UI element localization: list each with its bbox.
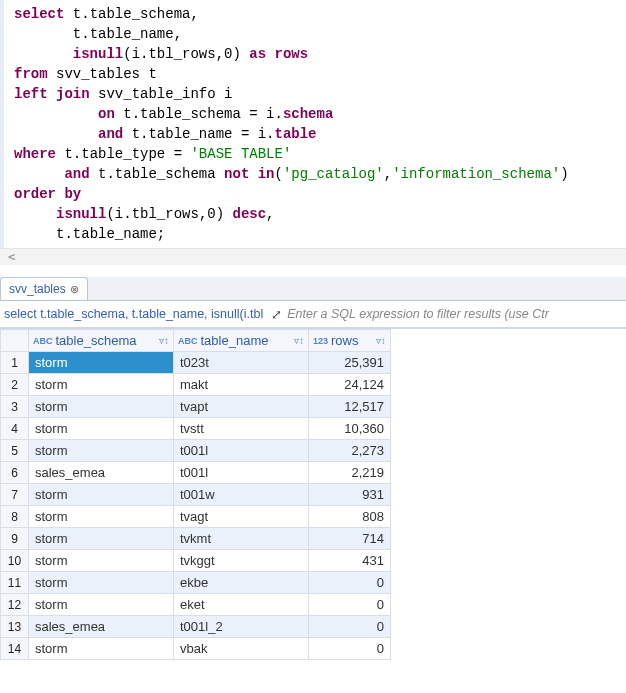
cell-table_schema[interactable]: storm [29,352,174,374]
row-number[interactable]: 3 [1,396,29,418]
table-row[interactable]: 6sales_emeat001l2,219 [1,462,391,484]
table-row[interactable]: 13sales_emeat001l_20 [1,616,391,638]
filter-input[interactable]: Enter a SQL expression to filter results… [285,307,626,321]
row-number[interactable]: 1 [1,352,29,374]
cell-rows[interactable]: 0 [309,616,391,638]
column-name: table_name [201,333,269,348]
cell-rows[interactable]: 0 [309,638,391,660]
code-line[interactable]: left join svv_table_info i [14,84,626,104]
cell-table_schema[interactable]: storm [29,594,174,616]
cell-table_name[interactable]: tvapt [174,396,309,418]
code-line[interactable]: on t.table_schema = i.schema [14,104,626,124]
table-row[interactable]: 2stormmakt24,124 [1,374,391,396]
cell-table_name[interactable]: tvagt [174,506,309,528]
query-preview: select t.table_schema, t.table_name, isn… [0,307,267,321]
cell-rows[interactable]: 2,273 [309,440,391,462]
cell-table_schema[interactable]: storm [29,396,174,418]
table-row[interactable]: 3stormtvapt12,517 [1,396,391,418]
cell-rows[interactable]: 931 [309,484,391,506]
row-number[interactable]: 12 [1,594,29,616]
table-row[interactable]: 8stormtvagt808 [1,506,391,528]
code-line[interactable]: t.table_name, [14,24,626,44]
close-icon[interactable]: ⊗ [70,283,79,296]
cell-table_name[interactable]: t001l [174,462,309,484]
table-row[interactable]: 10stormtvkggt431 [1,550,391,572]
cell-table_name[interactable]: tvkmt [174,528,309,550]
code-line[interactable]: from svv_tables t [14,64,626,84]
code-line[interactable]: and t.table_name = i.table [14,124,626,144]
column-name: table_schema [56,333,137,348]
cell-table_name[interactable]: t001l_2 [174,616,309,638]
code-line[interactable]: isnull(i.tbl_rows,0) as rows [14,44,626,64]
cell-table_schema[interactable]: storm [29,638,174,660]
code-line[interactable]: and t.table_schema not in('pg_catalog','… [14,164,626,184]
cell-table_schema[interactable]: storm [29,528,174,550]
code-line[interactable]: isnull(i.tbl_rows,0) desc, [14,204,626,224]
filter-icon[interactable]: ▿↕ [159,335,169,346]
filter-icon[interactable]: ▿↕ [294,335,304,346]
column-header-rows[interactable]: 123rows▿↕ [309,330,391,352]
table-row[interactable]: 1stormt023t25,391 [1,352,391,374]
expand-icon[interactable]: ⤢ [267,307,285,322]
cell-rows[interactable]: 2,219 [309,462,391,484]
code-line[interactable]: t.table_name; [14,224,626,244]
row-number[interactable]: 13 [1,616,29,638]
cell-table_schema[interactable]: storm [29,484,174,506]
row-number[interactable]: 11 [1,572,29,594]
cell-table_name[interactable]: t001l [174,440,309,462]
cell-rows[interactable]: 10,360 [309,418,391,440]
code-line[interactable]: order by [14,184,626,204]
row-number[interactable]: 5 [1,440,29,462]
cell-table_name[interactable]: tvkggt [174,550,309,572]
scroll-left-icon: < [8,250,15,264]
cell-rows[interactable]: 0 [309,572,391,594]
tab-svv-tables[interactable]: svv_tables ⊗ [0,277,88,300]
table-row[interactable]: 4stormtvstt10,360 [1,418,391,440]
results-tabbar: svv_tables ⊗ [0,277,626,301]
cell-rows[interactable]: 0 [309,594,391,616]
results-grid[interactable]: ABCtable_schema▿↕ABCtable_name▿↕123rows▿… [0,329,391,660]
cell-rows[interactable]: 431 [309,550,391,572]
row-number[interactable]: 2 [1,374,29,396]
cell-table_schema[interactable]: sales_emea [29,616,174,638]
table-row[interactable]: 12stormeket0 [1,594,391,616]
column-header-table_name[interactable]: ABCtable_name▿↕ [174,330,309,352]
cell-table_name[interactable]: makt [174,374,309,396]
cell-table_schema[interactable]: storm [29,572,174,594]
row-number[interactable]: 4 [1,418,29,440]
cell-rows[interactable]: 808 [309,506,391,528]
cell-table_schema[interactable]: sales_emea [29,462,174,484]
table-row[interactable]: 9stormtvkmt714 [1,528,391,550]
sql-editor[interactable]: select t.table_schema, t.table_name, isn… [0,0,626,248]
code-line[interactable]: where t.table_type = 'BASE TABLE' [14,144,626,164]
filter-icon[interactable]: ▿↕ [376,335,386,346]
cell-table_schema[interactable]: storm [29,418,174,440]
row-number[interactable]: 6 [1,462,29,484]
cell-table_name[interactable]: t023t [174,352,309,374]
cell-table_name[interactable]: tvstt [174,418,309,440]
table-row[interactable]: 7stormt001w931 [1,484,391,506]
row-number[interactable]: 7 [1,484,29,506]
column-header-table_schema[interactable]: ABCtable_schema▿↕ [29,330,174,352]
editor-scrollbar[interactable]: < [0,248,626,265]
table-row[interactable]: 11stormekbe0 [1,572,391,594]
cell-table_name[interactable]: ekbe [174,572,309,594]
row-number[interactable]: 14 [1,638,29,660]
cell-table_name[interactable]: vbak [174,638,309,660]
cell-table_schema[interactable]: storm [29,506,174,528]
cell-rows[interactable]: 714 [309,528,391,550]
table-row[interactable]: 5stormt001l2,273 [1,440,391,462]
row-number[interactable]: 8 [1,506,29,528]
row-number[interactable]: 9 [1,528,29,550]
row-number[interactable]: 10 [1,550,29,572]
code-line[interactable]: select t.table_schema, [14,4,626,24]
cell-table_name[interactable]: eket [174,594,309,616]
cell-table_schema[interactable]: storm [29,440,174,462]
cell-table_name[interactable]: t001w [174,484,309,506]
table-row[interactable]: 14stormvbak0 [1,638,391,660]
cell-table_schema[interactable]: storm [29,374,174,396]
cell-rows[interactable]: 12,517 [309,396,391,418]
cell-rows[interactable]: 25,391 [309,352,391,374]
cell-rows[interactable]: 24,124 [309,374,391,396]
cell-table_schema[interactable]: storm [29,550,174,572]
